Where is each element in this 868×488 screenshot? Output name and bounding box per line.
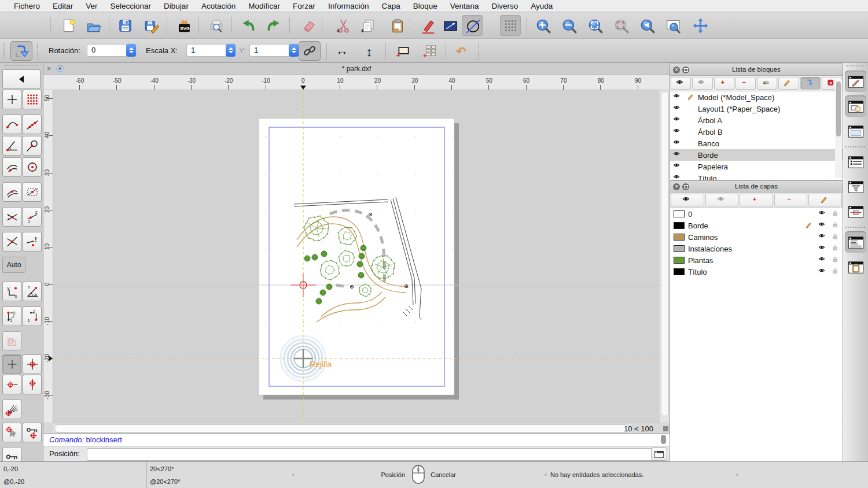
- block-list-window-dock-button[interactable]: [845, 95, 866, 117]
- horizontal-scrollbar[interactable]: 10 < 100: [43, 423, 670, 433]
- menu-diverso[interactable]: Diverso: [485, 2, 524, 10]
- new-file-button[interactable]: [58, 15, 79, 36]
- snap-perpendicular-button[interactable]: [2, 136, 21, 156]
- projection-window-dock-button[interactable]: [845, 201, 866, 222]
- lock-relative-zero-button[interactable]: [23, 423, 42, 442]
- lock-icon[interactable]: [830, 256, 843, 265]
- open-file-button[interactable]: [83, 15, 104, 36]
- hide-layer-button[interactable]: [705, 194, 739, 206]
- drawing-canvas[interactable]: Rejilla: [53, 90, 660, 423]
- snap-tangent-button[interactable]: [23, 136, 42, 156]
- copy-button[interactable]: +: [357, 15, 378, 36]
- preview-window-dock-button[interactable]: [845, 120, 866, 142]
- visibility-eye-icon[interactable]: [816, 209, 830, 219]
- block-insert-tool-button[interactable]: [10, 41, 32, 61]
- command-window-dock-button[interactable]: [845, 231, 866, 253]
- coord-polar-button[interactable]: ra: [23, 282, 42, 301]
- block-row[interactable]: Layout1 (*Paper_Space): [670, 103, 843, 114]
- block-row[interactable]: Árbol B: [670, 126, 843, 138]
- visibility-eye-icon[interactable]: [670, 127, 685, 136]
- snap-on-entity-button[interactable]: [23, 114, 42, 134]
- toolbar-handle[interactable]: [50, 17, 53, 32]
- visibility-eye-icon[interactable]: [816, 244, 830, 253]
- block-row[interactable]: Model (*Model_Space): [670, 91, 843, 103]
- layer-row[interactable]: Borde: [670, 220, 843, 231]
- snap-center-arc-button[interactable]: [2, 157, 21, 177]
- snap-reference-button[interactable]: [23, 182, 42, 202]
- coord-relative-2-button[interactable]: 12: [23, 306, 42, 326]
- snap-intersection-button[interactable]: [2, 232, 21, 252]
- menu-editar[interactable]: Editar: [46, 2, 79, 10]
- resize-corner[interactable]: [663, 426, 668, 431]
- remove-block-button[interactable]: −: [735, 77, 756, 90]
- link-scales-button[interactable]: [299, 41, 321, 61]
- visibility-eye-icon[interactable]: [670, 104, 685, 113]
- snap-distance-12-button[interactable]: 12: [23, 207, 42, 227]
- undo-insert-button[interactable]: ↶: [451, 41, 473, 61]
- menu-forzar[interactable]: Forzar: [286, 2, 322, 10]
- zoom-out-button[interactable]: [558, 15, 579, 36]
- edit-block-button[interactable]: [778, 77, 799, 90]
- block-row[interactable]: Borde: [670, 149, 843, 161]
- rotation-value[interactable]: 0: [87, 44, 126, 57]
- stepper-icon[interactable]: [126, 44, 136, 57]
- snap-angle-button[interactable]: [2, 400, 21, 419]
- menu-bloque[interactable]: Bloque: [407, 2, 444, 10]
- restrict-disabled-button[interactable]: [2, 331, 21, 351]
- block-row[interactable]: Papelera: [670, 161, 843, 172]
- visibility-eye-icon[interactable]: [816, 256, 830, 265]
- lock-icon[interactable]: [830, 210, 843, 219]
- visibility-eye-icon[interactable]: [816, 232, 830, 242]
- toggle-command-window-button[interactable]: [651, 448, 667, 461]
- toolbar-handle[interactable]: [5, 65, 38, 66]
- back-button[interactable]: [2, 69, 41, 89]
- selection-list-window-dock-button[interactable]: [845, 151, 866, 172]
- menu-informacin[interactable]: Información: [322, 2, 376, 10]
- restrict-vertical-button[interactable]: [23, 375, 42, 394]
- erase-button[interactable]: [298, 15, 319, 36]
- set-relative-zero-button[interactable]: [2, 423, 21, 442]
- menu-acotacin[interactable]: Acotación: [195, 2, 242, 10]
- insert-block-button[interactable]: [800, 77, 821, 90]
- flip-horizontal-button[interactable]: ↔: [331, 41, 353, 61]
- visibility-eye-icon[interactable]: [670, 150, 685, 160]
- menu-capa[interactable]: Capa: [376, 2, 407, 10]
- scale-x-value[interactable]: 1: [186, 44, 226, 57]
- visibility-eye-icon[interactable]: [816, 267, 830, 276]
- coord-relative-1-button[interactable]: 12: [2, 306, 21, 326]
- export-svg-button[interactable]: SVG: [174, 15, 194, 36]
- menu-fichero[interactable]: Fichero: [8, 2, 46, 10]
- snap-intersection-manual-button[interactable]: !: [23, 232, 42, 252]
- menu-modificar[interactable]: Modificar: [242, 2, 286, 10]
- layer-row[interactable]: Título: [670, 266, 843, 278]
- add-layer-button[interactable]: +: [740, 194, 773, 206]
- layer-row[interactable]: Instalaciones: [670, 243, 843, 254]
- command-history[interactable]: Comando: blockinsert: [43, 433, 670, 446]
- zoom-selection-button[interactable]: [610, 15, 631, 36]
- visibility-eye-icon[interactable]: [670, 162, 685, 171]
- zoom-previous-button[interactable]: [637, 15, 657, 36]
- visibility-eye-icon[interactable]: [670, 93, 685, 102]
- insert-array-button[interactable]: +: [419, 41, 441, 61]
- snap-center-button[interactable]: [23, 157, 42, 177]
- layer-row[interactable]: Plantas: [670, 254, 843, 266]
- layer-row[interactable]: Caminos: [670, 231, 843, 243]
- zoom-window-button[interactable]: [663, 15, 683, 36]
- coord-cartesian-button[interactable]: yx: [2, 282, 21, 301]
- zoom-auto-button[interactable]: [584, 15, 605, 36]
- paste-button[interactable]: [387, 15, 407, 36]
- scale-y-value[interactable]: 1: [249, 44, 289, 57]
- command-scroll-thumb[interactable]: [661, 435, 666, 444]
- snap-intersection-arrows-button[interactable]: [2, 207, 21, 227]
- draft-mode-button[interactable]: [462, 15, 483, 36]
- hide-block-button[interactable]: [692, 77, 712, 90]
- cut-button[interactable]: +: [333, 15, 354, 36]
- filter-window-dock-button[interactable]: [845, 176, 866, 197]
- save-button[interactable]: [115, 15, 135, 36]
- position-input[interactable]: [87, 448, 654, 461]
- block-row[interactable]: Título: [670, 172, 843, 180]
- visibility-eye-icon[interactable]: [670, 173, 685, 180]
- selection-box-button[interactable]: [440, 15, 461, 36]
- draw-pencil-button[interactable]: [418, 15, 439, 36]
- snap-middle-button[interactable]: [2, 182, 21, 202]
